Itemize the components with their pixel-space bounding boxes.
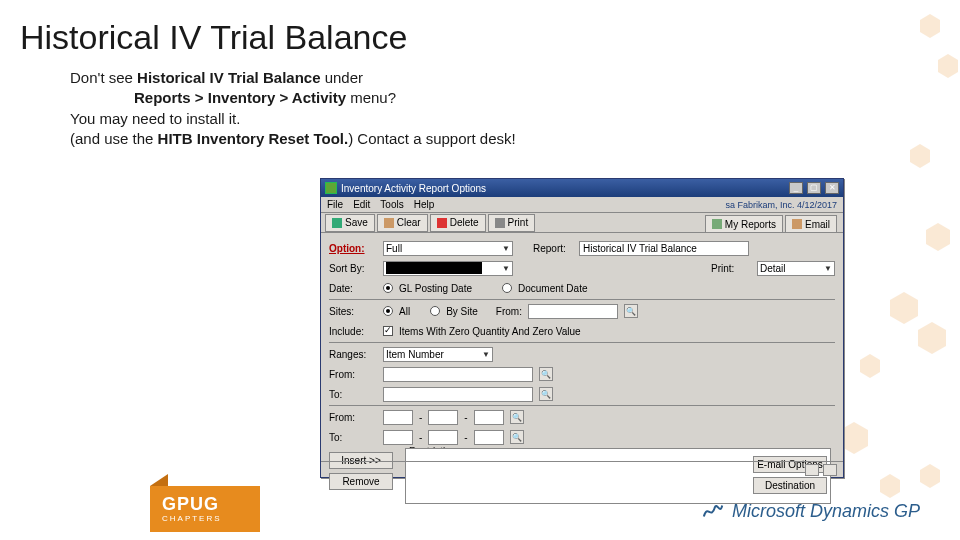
clear-button[interactable]: Clear [377,214,428,232]
option-label: Option: [329,243,377,254]
option-select[interactable]: Full▼ [383,241,513,256]
report-field: Historical IV Trial Balance [579,241,749,256]
divider [329,405,835,406]
close-button[interactable]: ✕ [825,182,839,194]
site-from-field[interactable] [528,304,618,319]
form-body: Option: Full▼ Report: Historical IV Tria… [321,233,843,522]
from2-label: From: [329,412,377,423]
ranges-value: Item Number [386,349,444,360]
slide-body: Don't see Historical IV Trial Balance un… [70,68,516,149]
svg-marker-7 [840,422,868,454]
menu-tools[interactable]: Tools [380,199,403,210]
print-label: Print [508,217,529,228]
option-value: Full [386,243,402,254]
chevron-down-icon: ▼ [824,264,832,273]
print-icon [495,218,505,228]
body-line1-post: under [321,69,364,86]
print-button[interactable]: Print [488,214,536,232]
lookup-to2-icon[interactable]: 🔍 [510,430,524,444]
from-inline-label: From: [496,306,522,317]
divider [329,342,835,343]
save-button[interactable]: Save [325,214,375,232]
to-label: To: [329,389,377,400]
svg-marker-1 [938,54,958,78]
save-label: Save [345,217,368,228]
sortby-label: Sort By: [329,263,377,274]
menu-file[interactable]: File [327,199,343,210]
from2c[interactable] [474,410,504,425]
lookup-from2-icon[interactable]: 🔍 [510,410,524,424]
glposting-radio[interactable] [383,283,393,293]
maximize-button[interactable]: ▢ [807,182,821,194]
clear-icon [384,218,394,228]
divider [329,299,835,300]
from-field[interactable] [383,367,533,382]
status-icon-2[interactable] [823,464,837,476]
delete-icon [437,218,447,228]
from2a[interactable] [383,410,413,425]
include-label: Include: [329,326,377,337]
destination-button[interactable]: Destination [753,477,827,494]
sortby-value-redacted [386,262,482,274]
include-zero-checkbox[interactable] [383,326,393,336]
clear-label: Clear [397,217,421,228]
mail-icon [792,219,802,229]
site-by-radio[interactable] [430,306,440,316]
svg-marker-4 [890,292,918,324]
svg-marker-8 [880,474,900,498]
body-line2-post: menu? [346,89,396,106]
report-value: Historical IV Trial Balance [583,243,697,254]
sites-label: Sites: [329,306,377,317]
from-label: From: [329,369,377,380]
body-line4-pre: (and use the [70,130,158,147]
svg-marker-6 [860,354,880,378]
status-icon-1[interactable] [805,464,819,476]
gpug-text: GPUG [162,494,219,515]
docdate-radio-label: Document Date [518,283,587,294]
menu-help[interactable]: Help [414,199,435,210]
sortby-select[interactable]: ▼ [383,261,513,276]
window-title: Inventory Activity Report Options [341,183,785,194]
email-label: Email [805,219,830,230]
email-button[interactable]: Email [785,215,837,233]
body-line1-pre: Don't see [70,69,137,86]
menu-edit[interactable]: Edit [353,199,370,210]
to2c[interactable] [474,430,504,445]
gpug-sub: CHAPTERS [162,514,222,523]
chevron-down-icon: ▼ [502,264,510,273]
myreports-label: My Reports [725,219,776,230]
svg-marker-5 [918,322,946,354]
svg-marker-3 [926,223,950,251]
body-line2-bold: Reports > Inventory > Activity [134,89,346,106]
lookup-to-icon[interactable]: 🔍 [539,387,553,401]
lookup-site-icon[interactable]: 🔍 [624,304,638,318]
report-options-window: Inventory Activity Report Options _ ▢ ✕ … [320,178,844,478]
gpug-tab [150,474,168,486]
print-label: Print: [711,263,751,274]
body-line4-bold: HITB Inventory Reset Tool. [158,130,349,147]
site-by-label: By Site [446,306,478,317]
body-line3: You may need to install it. [70,110,240,127]
user-context: sa Fabrikam, Inc. 4/12/2017 [725,200,837,210]
lookup-from-icon[interactable]: 🔍 [539,367,553,381]
include-zero-label: Items With Zero Quantity And Zero Value [399,326,581,337]
app-icon [325,182,337,194]
svg-marker-9 [920,464,940,488]
ranges-select[interactable]: Item Number▼ [383,347,493,362]
menubar: File Edit Tools Help sa Fabrikam, Inc. 4… [321,197,843,213]
print-value: Detail [760,263,786,274]
slide-title: Historical IV Trial Balance [20,18,407,57]
from2b[interactable] [428,410,458,425]
site-all-radio[interactable] [383,306,393,316]
minimize-button[interactable]: _ [789,182,803,194]
docdate-radio[interactable] [502,283,512,293]
to-field[interactable] [383,387,533,402]
delete-button[interactable]: Delete [430,214,486,232]
to2a[interactable] [383,430,413,445]
print-select[interactable]: Detail▼ [757,261,835,276]
myreports-button[interactable]: My Reports [705,215,783,233]
titlebar[interactable]: Inventory Activity Report Options _ ▢ ✕ [321,179,843,197]
glposting-radio-label: GL Posting Date [399,283,472,294]
to2b[interactable] [428,430,458,445]
svg-marker-2 [910,144,930,168]
